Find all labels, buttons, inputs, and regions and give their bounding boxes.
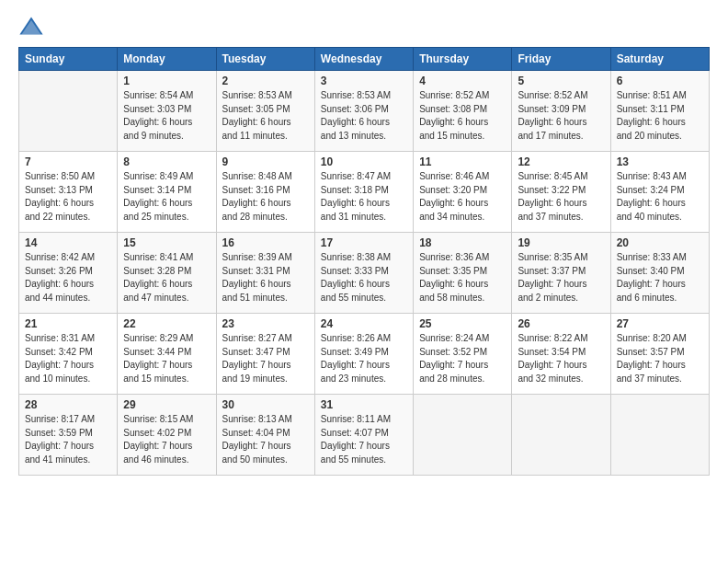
calendar-cell: 10Sunrise: 8:47 AM Sunset: 3:18 PM Dayli… [314, 152, 413, 233]
calendar-cell: 16Sunrise: 8:39 AM Sunset: 3:31 PM Dayli… [216, 233, 314, 314]
day-info: Sunrise: 8:46 AM Sunset: 3:20 PM Dayligh… [419, 170, 506, 224]
day-number: 29 [123, 398, 210, 411]
day-number: 19 [518, 236, 604, 249]
calendar-cell [512, 395, 610, 476]
calendar-week-row: 1Sunrise: 8:54 AM Sunset: 3:03 PM Daylig… [19, 71, 710, 152]
day-info: Sunrise: 8:17 AM Sunset: 3:59 PM Dayligh… [25, 413, 111, 466]
calendar-cell: 12Sunrise: 8:45 AM Sunset: 3:22 PM Dayli… [512, 152, 610, 233]
day-number: 11 [419, 155, 506, 168]
day-of-week-header: Thursday [414, 48, 512, 71]
day-info: Sunrise: 8:27 AM Sunset: 3:47 PM Dayligh… [222, 332, 309, 385]
day-info: Sunrise: 8:45 AM Sunset: 3:22 PM Dayligh… [518, 170, 604, 224]
calendar-header-row: SundayMondayTuesdayWednesdayThursdayFrid… [19, 48, 710, 71]
day-info: Sunrise: 8:41 AM Sunset: 3:28 PM Dayligh… [123, 251, 210, 304]
day-number: 10 [321, 155, 407, 168]
calendar-cell [610, 395, 709, 476]
calendar-week-row: 7Sunrise: 8:50 AM Sunset: 3:13 PM Daylig… [19, 152, 710, 233]
calendar-cell: 5Sunrise: 8:52 AM Sunset: 3:09 PM Daylig… [512, 71, 610, 152]
calendar-cell: 4Sunrise: 8:52 AM Sunset: 3:08 PM Daylig… [414, 71, 512, 152]
day-number: 1 [123, 75, 210, 87]
day-number: 4 [419, 75, 506, 87]
calendar-week-row: 28Sunrise: 8:17 AM Sunset: 3:59 PM Dayli… [19, 395, 710, 476]
calendar-cell: 25Sunrise: 8:24 AM Sunset: 3:52 PM Dayli… [414, 314, 512, 395]
calendar-cell: 2Sunrise: 8:53 AM Sunset: 3:05 PM Daylig… [216, 71, 314, 152]
day-info: Sunrise: 8:36 AM Sunset: 3:35 PM Dayligh… [419, 251, 506, 304]
day-of-week-header: Wednesday [314, 48, 413, 71]
day-of-week-header: Saturday [610, 48, 709, 71]
day-number: 30 [222, 398, 309, 411]
calendar-cell [414, 395, 512, 476]
day-of-week-header: Friday [512, 48, 610, 71]
day-number: 25 [419, 317, 506, 330]
day-number: 15 [123, 236, 210, 249]
page: SundayMondayTuesdayWednesdayThursdayFrid… [0, 0, 728, 563]
day-number: 2 [222, 75, 309, 87]
calendar-week-row: 21Sunrise: 8:31 AM Sunset: 3:42 PM Dayli… [19, 314, 710, 395]
day-info: Sunrise: 8:22 AM Sunset: 3:54 PM Dayligh… [518, 332, 604, 385]
day-number: 16 [222, 236, 309, 249]
day-info: Sunrise: 8:50 AM Sunset: 3:13 PM Dayligh… [25, 170, 111, 224]
day-info: Sunrise: 8:31 AM Sunset: 3:42 PM Dayligh… [25, 332, 111, 385]
day-of-week-header: Tuesday [216, 48, 314, 71]
day-info: Sunrise: 8:24 AM Sunset: 3:52 PM Dayligh… [419, 332, 506, 385]
calendar-cell: 9Sunrise: 8:48 AM Sunset: 3:16 PM Daylig… [216, 152, 314, 233]
day-number: 21 [25, 317, 111, 330]
day-number: 23 [222, 317, 309, 330]
calendar-cell: 31Sunrise: 8:11 AM Sunset: 4:07 PM Dayli… [314, 395, 413, 476]
day-info: Sunrise: 8:35 AM Sunset: 3:37 PM Dayligh… [518, 251, 604, 304]
logo-icon [18, 14, 44, 40]
day-number: 7 [25, 155, 111, 168]
calendar-cell: 22Sunrise: 8:29 AM Sunset: 3:44 PM Dayli… [118, 314, 216, 395]
day-number: 18 [419, 236, 506, 249]
calendar-table: SundayMondayTuesdayWednesdayThursdayFrid… [18, 47, 710, 476]
day-info: Sunrise: 8:42 AM Sunset: 3:26 PM Dayligh… [25, 251, 111, 304]
day-info: Sunrise: 8:52 AM Sunset: 3:08 PM Dayligh… [419, 89, 506, 143]
calendar-cell: 19Sunrise: 8:35 AM Sunset: 3:37 PM Dayli… [512, 233, 610, 314]
day-number: 28 [25, 398, 111, 411]
day-info: Sunrise: 8:51 AM Sunset: 3:11 PM Dayligh… [617, 89, 703, 143]
calendar-cell: 13Sunrise: 8:43 AM Sunset: 3:24 PM Dayli… [610, 152, 709, 233]
calendar-cell: 14Sunrise: 8:42 AM Sunset: 3:26 PM Dayli… [19, 233, 118, 314]
day-number: 31 [321, 398, 407, 411]
calendar-cell: 17Sunrise: 8:38 AM Sunset: 3:33 PM Dayli… [314, 233, 413, 314]
calendar-week-row: 14Sunrise: 8:42 AM Sunset: 3:26 PM Dayli… [19, 233, 710, 314]
day-of-week-header: Sunday [19, 48, 118, 71]
day-number: 24 [321, 317, 407, 330]
day-number: 5 [518, 75, 604, 87]
day-number: 27 [617, 317, 703, 330]
day-info: Sunrise: 8:53 AM Sunset: 3:05 PM Dayligh… [222, 89, 309, 143]
calendar-cell: 27Sunrise: 8:20 AM Sunset: 3:57 PM Dayli… [610, 314, 709, 395]
day-number: 22 [123, 317, 210, 330]
calendar-cell: 23Sunrise: 8:27 AM Sunset: 3:47 PM Dayli… [216, 314, 314, 395]
day-info: Sunrise: 8:43 AM Sunset: 3:24 PM Dayligh… [617, 170, 703, 224]
calendar-cell: 8Sunrise: 8:49 AM Sunset: 3:14 PM Daylig… [118, 152, 216, 233]
day-info: Sunrise: 8:49 AM Sunset: 3:14 PM Dayligh… [123, 170, 210, 224]
calendar-cell [19, 71, 118, 152]
logo [18, 14, 48, 40]
day-number: 13 [617, 155, 703, 168]
day-info: Sunrise: 8:39 AM Sunset: 3:31 PM Dayligh… [222, 251, 309, 304]
calendar-cell: 1Sunrise: 8:54 AM Sunset: 3:03 PM Daylig… [118, 71, 216, 152]
calendar-cell: 11Sunrise: 8:46 AM Sunset: 3:20 PM Dayli… [414, 152, 512, 233]
calendar-cell: 20Sunrise: 8:33 AM Sunset: 3:40 PM Dayli… [610, 233, 709, 314]
header [18, 14, 710, 40]
day-number: 20 [617, 236, 703, 249]
day-number: 14 [25, 236, 111, 249]
day-number: 12 [518, 155, 604, 168]
calendar-cell: 3Sunrise: 8:53 AM Sunset: 3:06 PM Daylig… [314, 71, 413, 152]
calendar-cell: 18Sunrise: 8:36 AM Sunset: 3:35 PM Dayli… [414, 233, 512, 314]
day-info: Sunrise: 8:38 AM Sunset: 3:33 PM Dayligh… [321, 251, 407, 304]
calendar-cell: 24Sunrise: 8:26 AM Sunset: 3:49 PM Dayli… [314, 314, 413, 395]
day-info: Sunrise: 8:47 AM Sunset: 3:18 PM Dayligh… [321, 170, 407, 224]
calendar-cell: 7Sunrise: 8:50 AM Sunset: 3:13 PM Daylig… [19, 152, 118, 233]
day-number: 8 [123, 155, 210, 168]
day-number: 9 [222, 155, 309, 168]
day-number: 3 [321, 75, 407, 87]
day-info: Sunrise: 8:48 AM Sunset: 3:16 PM Dayligh… [222, 170, 309, 224]
day-info: Sunrise: 8:20 AM Sunset: 3:57 PM Dayligh… [617, 332, 703, 385]
calendar-cell: 28Sunrise: 8:17 AM Sunset: 3:59 PM Dayli… [19, 395, 118, 476]
day-info: Sunrise: 8:52 AM Sunset: 3:09 PM Dayligh… [518, 89, 604, 143]
calendar-cell: 21Sunrise: 8:31 AM Sunset: 3:42 PM Dayli… [19, 314, 118, 395]
calendar-cell: 26Sunrise: 8:22 AM Sunset: 3:54 PM Dayli… [512, 314, 610, 395]
day-info: Sunrise: 8:54 AM Sunset: 3:03 PM Dayligh… [123, 89, 210, 143]
